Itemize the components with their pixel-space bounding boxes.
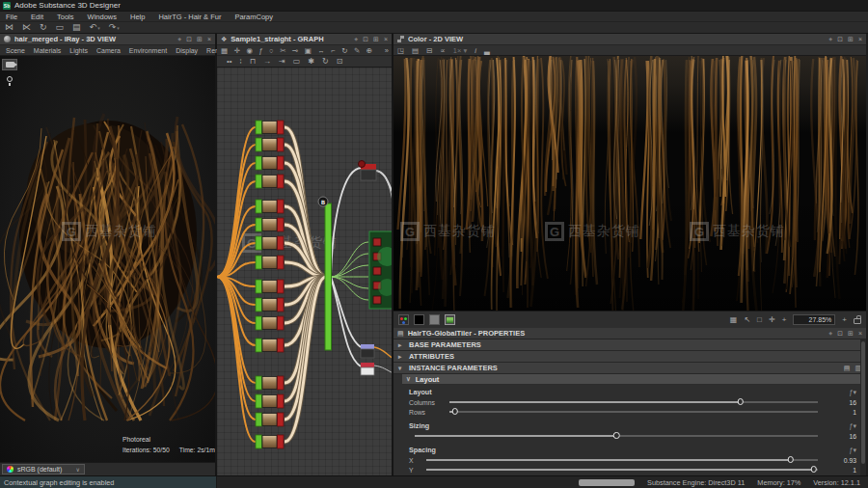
gray-background-swatch[interactable] [429,314,440,325]
pin-icon[interactable]: ⌖ [828,36,832,42]
tab-scene[interactable]: Scene [6,47,25,54]
trash-icon[interactable]: ▭ [293,57,301,66]
zoom-in-icon[interactable]: + [842,315,847,324]
zoom-level-field[interactable]: 27.85% [793,314,835,325]
menu-item-help[interactable]: Help [130,13,145,21]
float-icon[interactable]: ⊡ [363,36,368,42]
tiling-grid-icon[interactable]: ▦ [730,315,738,324]
forward-icon[interactable]: → [263,57,271,66]
float-icon[interactable]: ⊡ [186,36,192,42]
link-view-icon[interactable]: ∝ [440,46,445,55]
cut-links-icon[interactable]: ✂ [280,46,285,55]
section-instance-parameters[interactable]: ▾ INSTANCE PARAMETERS ▤ ▥ [393,363,866,374]
rotate-icon[interactable]: ↻ [341,46,347,55]
light-icon[interactable] [7,76,13,82]
distribute-icon[interactable]: ⊓ [250,57,256,66]
add-node-icon[interactable]: ⊕ [366,46,372,55]
param-value[interactable]: 16 [824,433,856,440]
dots-icon[interactable]: •• [227,57,232,66]
image-background-swatch[interactable] [445,314,455,325]
sizing-slider[interactable] [415,431,818,441]
close-icon[interactable]: × [207,36,211,42]
properties-scrollbar[interactable] [860,339,866,475]
tab-display[interactable]: Display [176,47,198,54]
search-icon[interactable]: ○ [269,46,274,55]
open-folder-icon[interactable]: ▭ [56,23,65,32]
rows-slider[interactable] [449,407,818,417]
spacing-x-slider[interactable] [426,455,818,465]
black-background-swatch[interactable] [414,314,424,325]
edit-icon[interactable]: ✎ [354,46,360,55]
scale-1x-icon[interactable]: 1× ▾ [453,46,467,55]
settings-icon[interactable]: ✱ [308,57,314,66]
2d-view-header[interactable]: Color - 2D VIEW ⌖ ⊡ ⊞ × [393,34,866,45]
swap-icon[interactable]: ↔ [317,46,325,55]
section-base-parameters[interactable]: ▸ BASE PARAMETERS [393,339,866,351]
function-menu-icon[interactable]: ƒ▾ [850,422,856,430]
rgb-channel-icon[interactable] [398,314,409,325]
function-menu-icon[interactable]: ƒ▾ [850,447,856,454]
forward-end-icon[interactable]: ⇥ [279,57,285,66]
export-icon[interactable]: ↻ [40,23,47,32]
graph-canvas[interactable]: G 西基杂货铺 B [217,68,392,475]
colorspace-dropdown[interactable]: sRGB (default) ∨ [2,464,85,474]
param-value[interactable]: 1 [824,467,856,474]
menu-item-hairtg[interactable]: HairTG - Hair & Fur [158,13,221,21]
graph-header[interactable]: ❖ Sample1_straight - GRAPH ⌖ ⊡ ⊞ × [217,34,392,45]
param-value[interactable]: 1 [824,409,856,416]
menu-item-paramcopy[interactable]: ParamCopy [234,13,273,21]
pin-icon[interactable]: ⌖ [177,36,181,42]
menu-item-edit[interactable]: Edit [31,13,43,21]
maximize-icon[interactable]: ⊞ [373,36,379,42]
unlink-nodes-icon[interactable]: ⋉ [22,23,31,32]
menu-item-tools[interactable]: Tools [57,13,74,21]
properties-header[interactable]: ▤ HairTG-GlobalTiler - PROPERTIES ⌖ ⊡ ⊞ … [393,328,866,339]
save-icon[interactable]: ▤ [72,23,81,32]
overflow-icon[interactable]: » [385,46,389,55]
tab-environment[interactable]: Environment [129,47,167,54]
function-menu-icon[interactable]: ƒ▾ [850,389,856,396]
tab-camera[interactable]: Camera [96,47,121,54]
2d-canvas[interactable]: G 西基杂货铺 G 西基杂货铺 G 西基杂货铺 [393,56,866,311]
close-icon[interactable]: × [384,36,388,42]
histogram-icon[interactable]: ▃ [484,46,490,55]
link-nodes-icon[interactable]: ⋈ [5,23,14,32]
image-inspect-icon[interactable]: ◳ [397,46,404,55]
param-value[interactable]: 16 [824,399,856,406]
corner-icon[interactable]: ⌐ [331,46,335,55]
transform-icon[interactable]: ↖ [744,315,750,324]
redo-icon[interactable]: ↷▾ [109,23,120,32]
tab-materials[interactable]: Materials [34,47,61,54]
menu-item-windows[interactable]: Windows [88,13,117,21]
refresh-icon[interactable]: ↻ [322,57,329,66]
thumbnail-icon[interactable]: ▣ [305,46,312,55]
param-value[interactable]: 0.93 [824,457,856,464]
focus-icon[interactable]: ◉ [246,46,253,55]
float-icon[interactable]: ⊡ [837,36,843,42]
subsection-layout[interactable]: ∨ Layout [402,374,866,385]
maximize-icon[interactable]: ⊞ [197,36,203,42]
maximize-icon[interactable]: ⊞ [848,330,854,337]
duplicate-icon[interactable]: ⊡ [337,57,343,66]
tab-lights[interactable]: Lights [69,47,88,54]
connect-icon[interactable]: ⊸ [292,46,298,55]
pin-icon[interactable]: ⌖ [354,36,358,42]
preset-save-icon[interactable]: ▤ [844,365,851,372]
3d-viewport[interactable]: G 西基杂货铺 Photoreal Iterations: 50/50 Time… [0,56,215,462]
maximize-icon[interactable]: ⊞ [848,36,854,42]
info-icon[interactable]: i [475,46,476,55]
undo-icon[interactable]: ↶▾ [90,23,100,32]
function-icon[interactable]: ƒ [258,46,262,55]
columns-slider[interactable] [449,397,818,407]
copy-image-icon[interactable]: ⊟ [426,46,432,55]
save-image-icon[interactable]: ▤ [412,46,419,55]
section-attributes[interactable]: ▸ ATTRIBUTES [393,351,866,363]
3d-view-header[interactable]: hair_merged - IRay - 3D VIEW ⌖ ⊡ ⊞ × [0,34,215,45]
close-icon[interactable]: × [858,36,862,42]
move-icon[interactable]: ✛ [769,315,775,324]
camera-tool-button[interactable] [2,59,17,70]
spacing-y-slider[interactable] [426,465,818,474]
zoom-out-icon[interactable]: + [782,315,787,324]
pin-icon[interactable]: ⌖ [828,330,832,337]
fit-square-icon[interactable]: □ [757,315,762,324]
